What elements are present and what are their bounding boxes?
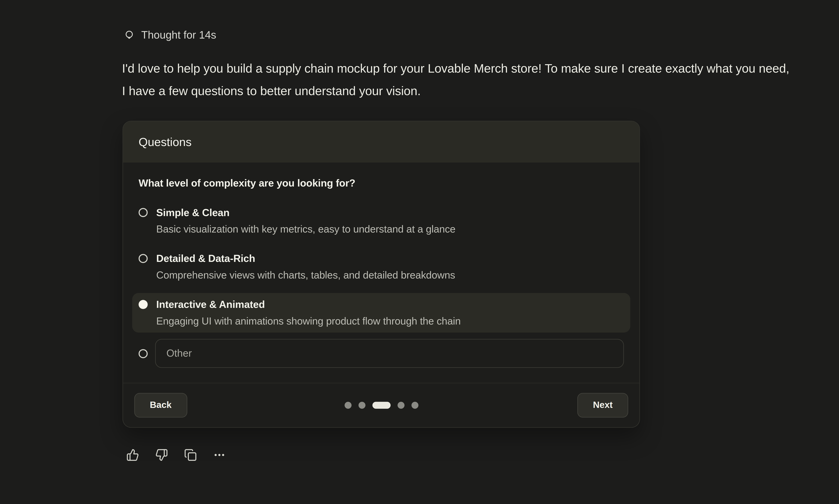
chat-view: Thought for 14s I'd love to help you bui… (0, 0, 839, 504)
option-description: Comprehensive views with charts, tables,… (156, 270, 455, 281)
radio-unselected-icon[interactable] (139, 349, 147, 358)
option-description: Engaging UI with animations showing prod… (156, 316, 461, 327)
questions-card: Questions What level of complexity are y… (123, 121, 640, 428)
lightbulb-icon (124, 29, 135, 40)
progress-dot-active (372, 402, 390, 409)
thought-toggle[interactable]: Thought for 14s (124, 29, 216, 41)
progress-dot (344, 402, 351, 409)
option-other (139, 339, 624, 368)
option-label: Simple & Clean (156, 206, 456, 219)
option-detailed-data-rich[interactable]: Detailed & Data-Rich Comprehensive views… (132, 247, 630, 287)
radio-selected-icon[interactable] (139, 300, 147, 309)
assistant-message-text: I'd love to help you build a supply chai… (122, 57, 791, 102)
option-description: Basic visualization with key metrics, ea… (156, 223, 456, 235)
copy-icon[interactable] (184, 449, 197, 462)
option-label: Interactive & Animated (156, 298, 461, 311)
questions-card-header: Questions (123, 121, 640, 162)
option-interactive-animated[interactable]: Interactive & Animated Engaging UI with … (132, 293, 630, 332)
other-input[interactable] (155, 339, 624, 368)
questions-card-footer: Back Next (123, 383, 640, 427)
question-text: What level of complexity are you looking… (139, 178, 624, 189)
message-actions (126, 449, 226, 462)
card-title: Questions (139, 135, 192, 149)
progress-dots (344, 402, 418, 409)
radio-unselected-icon[interactable] (139, 208, 147, 217)
thought-label: Thought for 14s (141, 29, 216, 41)
thumbs-up-icon[interactable] (126, 449, 139, 462)
back-button[interactable]: Back (134, 393, 187, 418)
questions-card-body: What level of complexity are you looking… (123, 162, 640, 368)
progress-dot (358, 402, 365, 409)
radio-unselected-icon[interactable] (139, 254, 147, 263)
next-button[interactable]: Next (577, 393, 628, 418)
progress-dot (397, 402, 404, 409)
thumbs-down-icon[interactable] (155, 449, 168, 462)
option-simple-clean[interactable]: Simple & Clean Basic visualization with … (132, 201, 630, 240)
option-label: Detailed & Data-Rich (156, 252, 455, 265)
progress-dot (411, 402, 418, 409)
more-options-icon[interactable] (213, 449, 226, 462)
